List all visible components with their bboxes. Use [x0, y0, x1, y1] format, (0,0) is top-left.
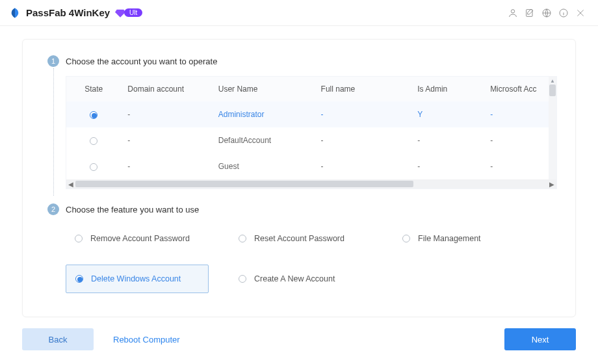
row-radio[interactable] — [90, 111, 98, 119]
step-2: 2 Choose the feature you want to use Rem… — [47, 203, 557, 293]
col-ms: Microsoft Acc — [484, 84, 556, 94]
step-1-title: Choose the account you want to operate — [66, 57, 217, 66]
edit-icon[interactable] — [521, 5, 538, 21]
feature-file-management[interactable]: File Management — [393, 224, 536, 253]
feature-options: Remove Account Password Reset Account Pa… — [66, 224, 557, 293]
svg-point-0 — [511, 9, 514, 12]
cell-domain: - — [121, 162, 211, 171]
feature-delete-account[interactable]: Delete Windows Account — [66, 265, 209, 293]
feature-label: Remove Account Password — [90, 234, 190, 243]
cell-user: Guest — [212, 162, 315, 171]
cell-full: - — [315, 136, 411, 145]
back-button[interactable]: Back — [22, 328, 94, 350]
scroll-left-icon[interactable]: ◀ — [66, 181, 75, 188]
hscroll-thumb[interactable] — [75, 181, 413, 187]
table-header: State Domain account User Name Full name… — [66, 77, 556, 101]
col-admin: Is Admin — [411, 84, 484, 94]
bottom-bar: Back Reboot Computer Next — [22, 326, 576, 352]
col-state: State — [66, 84, 121, 94]
col-full: Full name — [315, 84, 411, 94]
step-2-title: Choose the feature you want to use — [66, 205, 199, 214]
cell-admin: - — [411, 162, 484, 171]
cell-user: DefaultAccount — [212, 136, 315, 145]
feature-label: Delete Windows Account — [91, 274, 181, 283]
row-radio[interactable] — [90, 163, 98, 171]
cell-full: - — [315, 110, 411, 119]
feature-label: File Management — [418, 234, 481, 243]
cell-ms: - — [484, 162, 556, 171]
edition-label: Ult — [124, 8, 142, 17]
horizontal-scrollbar[interactable]: ◀ ▶ — [66, 179, 556, 188]
info-icon[interactable] — [555, 5, 572, 21]
next-button[interactable]: Next — [504, 328, 576, 350]
app-logo-icon — [9, 7, 21, 19]
scroll-up-icon[interactable]: ▲ — [549, 77, 556, 84]
cell-admin: - — [411, 136, 484, 145]
edition-badge: Ult — [115, 8, 142, 18]
row-radio[interactable] — [90, 137, 98, 145]
col-domain: Domain account — [121, 84, 211, 94]
radio-icon — [239, 235, 246, 242]
titlebar: PassFab 4WinKey Ult — [0, 0, 598, 26]
app-title: PassFab 4WinKey — [26, 7, 110, 18]
accounts-table: State Domain account User Name Full name… — [66, 76, 557, 189]
radio-icon — [75, 235, 83, 242]
reboot-link[interactable]: Reboot Computer — [113, 335, 180, 344]
radio-icon — [239, 275, 246, 283]
vscroll-thumb[interactable] — [549, 84, 556, 96]
feature-create-account[interactable]: Create A New Account — [229, 265, 372, 293]
cell-domain: - — [121, 136, 211, 145]
step-2-number: 2 — [47, 203, 59, 215]
user-icon[interactable] — [504, 5, 521, 21]
scroll-right-icon[interactable]: ▶ — [547, 181, 556, 188]
feature-remove-password[interactable]: Remove Account Password — [66, 224, 209, 253]
cell-domain: - — [121, 110, 211, 119]
radio-icon — [402, 235, 410, 242]
table-row[interactable]: - Administrator - Y - — [66, 101, 556, 127]
globe-icon[interactable] — [538, 5, 555, 21]
step-1-number: 1 — [47, 55, 59, 67]
table-row[interactable]: - DefaultAccount - - - — [66, 127, 556, 153]
feature-label: Create A New Account — [254, 274, 335, 283]
col-user: User Name — [212, 84, 315, 94]
cell-full: - — [315, 162, 411, 171]
main-card: 1 Choose the account you want to operate… — [22, 39, 576, 317]
close-icon[interactable] — [572, 5, 589, 21]
cell-ms: - — [484, 136, 556, 145]
radio-icon — [75, 275, 83, 283]
vertical-scrollbar[interactable]: ▲ ▼ — [549, 77, 556, 188]
step-1: 1 Choose the account you want to operate… — [47, 55, 557, 189]
table-row[interactable]: - Guest - - - — [66, 153, 556, 179]
feature-reset-password[interactable]: Reset Account Password — [229, 224, 372, 253]
cell-ms: - — [484, 110, 556, 119]
cell-user: Administrator — [212, 110, 315, 119]
feature-label: Reset Account Password — [254, 234, 344, 243]
cell-admin: Y — [411, 110, 484, 119]
